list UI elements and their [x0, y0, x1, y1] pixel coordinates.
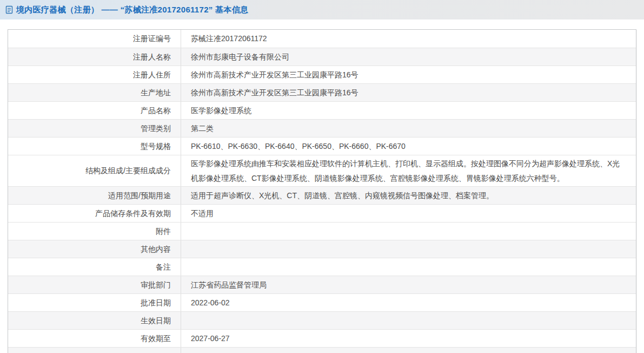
registration-info-table: 注册证编号 苏械注准20172061172 注册人名称 徐州市彭康电子设备有限公…	[8, 29, 636, 353]
table-row-registrant-name: 注册人名称 徐州市彭康电子设备有限公司	[8, 48, 636, 66]
table-row-intended-use: 适用范围/预期用途 适用于超声诊断仪、X光机、CT、阴道镜、宫腔镜、内窥镜视频信…	[8, 186, 636, 204]
field-value	[181, 348, 636, 353]
table-row-approval-date: 批准日期 2022-06-02	[8, 293, 636, 311]
table-row-approval-department: 审批部门 江苏省药品监督管理局	[8, 276, 636, 293]
table-row-management-class: 管理类别 第二类	[8, 119, 636, 137]
field-label: 注册人名称	[8, 48, 181, 66]
document-icon	[5, 5, 14, 14]
field-label: 生产地址	[8, 84, 181, 101]
page-title: 境内医疗器械（注册） —— “苏械注准20172061172” 基本信息	[16, 5, 248, 15]
field-value: 医学影像处理系统	[181, 102, 636, 119]
field-value	[181, 240, 636, 258]
field-value: 徐州市彭康电子设备有限公司	[181, 48, 636, 66]
field-label: 管理类别	[8, 120, 181, 137]
table-row-production-address: 生产地址 徐州市高新技术产业开发区第三工业园康平路16号	[8, 83, 636, 101]
field-value: 徐州市高新技术产业开发区第三工业园康平路16号	[181, 66, 636, 83]
field-value: 苏械注准20172061172	[181, 30, 636, 48]
table-row-product-name: 产品名称 医学影像处理系统	[8, 101, 636, 119]
table-row-registrant-address: 注册人住所 徐州市高新技术产业开发区第三工业园康平路16号	[8, 66, 636, 83]
field-value	[181, 258, 636, 276]
table-row-registration-number: 注册证编号 苏械注准20172061172	[8, 30, 636, 48]
field-value: 医学影像处理系统由推车和安装相应处理软件的计算机主机、打印机、显示器组成。按处理…	[181, 155, 636, 186]
field-label: 生效日期	[8, 312, 181, 329]
table-row-other-content: 其他内容	[8, 240, 636, 258]
field-label: 审批部门	[8, 276, 181, 293]
field-value: 2022-06-02	[181, 294, 636, 311]
field-label: 有效期至	[8, 330, 181, 347]
field-label	[8, 348, 181, 353]
field-label: 产品名称	[8, 102, 181, 119]
field-label: 型号规格	[8, 138, 181, 155]
table-row-storage-conditions: 产品储存条件及有效期 不适用	[8, 204, 636, 222]
field-label: 适用范围/预期用途	[8, 187, 181, 204]
field-value: 江苏省药品监督管理局	[181, 276, 636, 293]
field-value: PK-6610、PK-6630、PK-6640、PK-6650、PK-6660、…	[181, 138, 636, 155]
field-label: 备注	[8, 258, 181, 276]
table-row-valid-until: 有效期至 2027-06-27	[8, 329, 636, 347]
field-value: 第二类	[181, 120, 636, 137]
field-value: 不适用	[181, 205, 636, 222]
field-value: 2027-06-27	[181, 330, 636, 347]
table-row-structure-composition: 结构及组成/主要组成成分 医学影像处理系统由推车和安装相应处理软件的计算机主机、…	[8, 155, 636, 186]
field-value: 徐州市高新技术产业开发区第三工业园康平路16号	[181, 84, 636, 101]
page-header: 境内医疗器械（注册） —— “苏械注准20172061172” 基本信息	[0, 0, 644, 19]
table-row-effective-date: 生效日期	[8, 311, 636, 329]
field-label: 其他内容	[8, 240, 181, 258]
field-label: 产品储存条件及有效期	[8, 205, 181, 222]
field-value	[181, 223, 636, 240]
field-label: 注册人住所	[8, 66, 181, 83]
table-row-remarks: 备注	[8, 258, 636, 276]
field-label: 批准日期	[8, 294, 181, 311]
field-label: 注册证编号	[8, 30, 181, 48]
field-value	[181, 312, 636, 329]
field-label: 结构及组成/主要组成成分	[8, 155, 181, 186]
table-row-model-spec: 型号规格 PK-6610、PK-6630、PK-6640、PK-6650、PK-…	[8, 137, 636, 155]
field-value: 适用于超声诊断仪、X光机、CT、阴道镜、宫腔镜、内窥镜视频信号图像处理、档案管理…	[181, 187, 636, 204]
table-row-attachment: 附件	[8, 222, 636, 240]
table-row-partial-cutoff	[8, 347, 636, 353]
field-label: 附件	[8, 223, 181, 240]
